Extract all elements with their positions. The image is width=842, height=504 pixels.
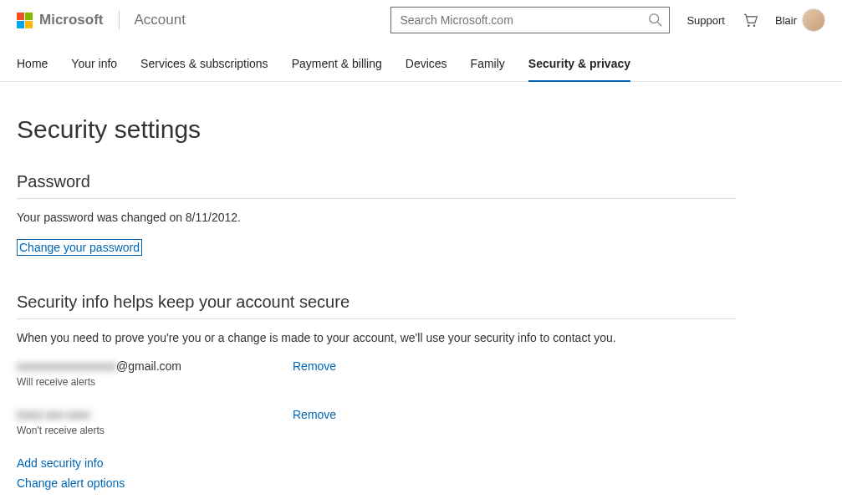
search-input[interactable] xyxy=(390,7,670,33)
header-divider xyxy=(119,11,120,29)
security-info-description: When you need to prove you're you or a c… xyxy=(17,331,736,344)
search-icon[interactable] xyxy=(648,13,663,28)
security-info-sub: Won't receive alerts xyxy=(17,425,293,436)
tab-services[interactable]: Services & subscriptions xyxy=(140,50,268,81)
svg-point-0 xyxy=(650,14,659,23)
security-info-sub: Will receive alerts xyxy=(17,376,293,388)
svg-line-1 xyxy=(658,23,662,27)
microsoft-logo-icon xyxy=(17,13,33,28)
tab-family[interactable]: Family xyxy=(471,50,505,81)
remove-security-info-link[interactable]: Remove xyxy=(293,408,336,421)
main-content: Security settings Password Your password… xyxy=(0,82,753,504)
security-info-item: xxxxxxxxxxxxxxxxx@gmail.com Will receive… xyxy=(17,359,736,388)
brand-label: Microsoft xyxy=(39,12,104,28)
avatar xyxy=(802,8,825,32)
password-section: Password Your password was changed on 8/… xyxy=(17,172,736,256)
security-info-heading: Security info helps keep your account se… xyxy=(17,293,736,319)
search-box xyxy=(390,7,670,33)
svg-point-2 xyxy=(748,24,750,26)
section-label[interactable]: Account xyxy=(135,12,186,28)
svg-point-3 xyxy=(753,24,756,26)
user-menu[interactable]: Blair xyxy=(775,8,825,32)
nav-tabs: Home Your info Services & subscriptions … xyxy=(0,50,842,82)
header-right: Support Blair xyxy=(686,8,825,32)
tab-devices[interactable]: Devices xyxy=(406,50,447,81)
password-heading: Password xyxy=(17,172,736,199)
header-bar: Microsoft Account Support Blair xyxy=(0,0,842,40)
tab-your-info[interactable]: Your info xyxy=(71,50,117,81)
microsoft-logo[interactable]: Microsoft xyxy=(17,12,104,28)
security-info-section: Security info helps keep your account se… xyxy=(17,293,736,490)
security-info-value: xxxxxxxxxxxxxxxxx@gmail.com xyxy=(17,359,293,373)
security-info-value: (xxx) xxx-xxxx xyxy=(17,408,293,421)
tab-security-privacy[interactable]: Security & privacy xyxy=(528,50,630,82)
page-title: Security settings xyxy=(17,115,736,144)
support-link[interactable]: Support xyxy=(686,14,725,27)
add-security-info-link[interactable]: Add security info xyxy=(17,456,736,470)
password-status: Your password was changed on 8/11/2012. xyxy=(17,211,736,224)
user-name: Blair xyxy=(775,14,797,27)
tab-home[interactable]: Home xyxy=(17,50,48,81)
security-info-item: (xxx) xxx-xxxx Won't receive alerts Remo… xyxy=(17,408,736,436)
tab-payment[interactable]: Payment & billing xyxy=(292,50,382,81)
remove-security-info-link[interactable]: Remove xyxy=(293,359,336,373)
change-alert-options-link[interactable]: Change alert options xyxy=(17,476,736,490)
change-password-link[interactable]: Change your password xyxy=(17,239,142,256)
cart-icon[interactable] xyxy=(742,12,758,28)
